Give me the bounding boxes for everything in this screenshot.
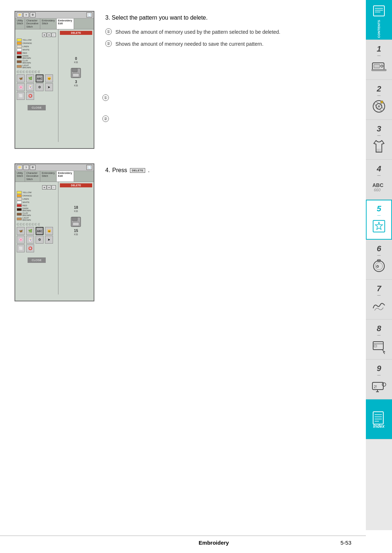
color-row-red: RED <box>17 52 57 54</box>
pattern-cell-abc-selected[interactable]: ABC <box>36 74 44 82</box>
annotation-2: ② <box>102 115 109 122</box>
pattern-cell-2-abc[interactable]: ABC <box>36 227 44 235</box>
sidebar-tab-index[interactable]: Index <box>366 399 392 439</box>
pattern-cell-circle[interactable]: ⭕ <box>26 92 34 100</box>
svg-text:2!: 2! <box>374 385 377 389</box>
delete-button-2[interactable]: DELETE <box>60 183 92 187</box>
sidebar-tab-8[interactable]: 8 — <box>366 320 392 359</box>
close-button-1[interactable]: CLOSE <box>28 105 46 110</box>
tab-number-9: 9 <box>377 364 381 373</box>
memory-unit-4: KB <box>59 233 93 236</box>
main-content: 📁 ? ⚙ 📄 UtilityStitch CharacterDecorativ… <box>0 0 366 323</box>
tab-character-1[interactable]: CharacterDecorativeStitch <box>25 19 40 29</box>
sub2-text: Shows the amount of memory needed to sav… <box>115 40 264 48</box>
sub2-circle: ② <box>105 40 112 47</box>
screen-body-1: ⊞ ⊟ ○ YELLOW ORANGE <box>15 29 94 142</box>
screen-display-2: 📁 ? ⚙ 📄 UtilityStitch CharacterDecorativ… <box>15 163 94 301</box>
svg-rect-0 <box>373 6 384 16</box>
pattern-cell-2-6[interactable]: 🃏 <box>26 236 34 244</box>
tab-embroidery-stitch-1[interactable]: EmbroideryStitch <box>40 19 57 29</box>
step3-container: 📁 ? ⚙ 📄 UtilityStitch CharacterDecorativ… <box>15 11 351 149</box>
page-footer: Embroidery 5-53 <box>0 536 366 546</box>
pattern-cell-2-10[interactable]: ⭕ <box>26 244 34 252</box>
svg-rect-41 <box>73 73 79 77</box>
sidebar-tab-3[interactable]: 3 — <box>366 120 392 160</box>
svg-point-29 <box>382 383 386 386</box>
sidebar-tab-1[interactable]: 1 — <box>366 40 392 80</box>
sub1-text: Shows the amount of memory used by the p… <box>115 28 281 36</box>
close-button-2[interactable]: CLOSE <box>28 257 46 263</box>
tab-embroidery-stitch-2[interactable]: EmbroideryStitch <box>40 171 57 182</box>
svg-text:Index: Index <box>373 424 385 428</box>
pattern-cell-2-7[interactable]: ⚙ <box>36 236 44 244</box>
white-swatch <box>17 48 22 51</box>
step4-instructions: 4. Press DELETE . <box>105 163 351 177</box>
svg-rect-27 <box>374 345 377 347</box>
floppy-icon-1 <box>59 68 93 78</box>
pattern-cell-2-4[interactable]: 🐱 <box>45 227 53 235</box>
pattern-cell-cat[interactable]: 🐱 <box>45 74 53 82</box>
stitch-markers: 〈〈 〈〈 〈〈 〈〈 〈〈 〈〈 〈〈 〈〈 <box>17 70 57 74</box>
color-row-orange: ORANGE <box>17 42 57 45</box>
memory-unit-3: KB <box>59 210 93 213</box>
tab-utility-2[interactable]: UtilityStitch <box>15 171 25 182</box>
pattern-cell-square[interactable]: ⬜ <box>17 92 25 100</box>
screen-display-1: 📁 ? ⚙ 📄 UtilityStitch CharacterDecorativ… <box>15 11 94 149</box>
red-swatch <box>17 52 22 54</box>
sidebar-tab-7[interactable]: 7 — <box>366 280 392 320</box>
pattern-cell-gear[interactable]: ⚙ <box>36 83 44 91</box>
svg-text:ABC: ABC <box>372 182 383 188</box>
step4-delete-button[interactable]: DELETE <box>130 168 145 173</box>
screen-top-icons-2: 📁 ? ⚙ 📄 <box>15 164 94 171</box>
color-row-claybrown: CLAYBROWN <box>17 60 57 64</box>
abc-icon: ABC 660 <box>370 177 388 195</box>
pattern-cell-card[interactable]: 🃏 <box>26 83 34 91</box>
embroidery-hoop-icon: ✿ <box>370 257 388 275</box>
footer-page-number: 5-53 <box>340 540 351 546</box>
sidebar-tab-9[interactable]: 9 — 2! <box>366 359 392 399</box>
lightbrown-swatch <box>17 65 22 68</box>
screen-right-2: DELETE 18 KB <box>58 182 94 294</box>
settings-icon: ⚙ <box>30 12 36 17</box>
delete-button-1[interactable]: DELETE <box>60 31 92 35</box>
pattern-cell-leaf[interactable]: 🌿 <box>26 74 34 82</box>
sidebar-tab-6[interactable]: 6 — ✿ <box>366 240 392 280</box>
svg-rect-7 <box>372 69 386 71</box>
tab-utility-1[interactable]: UtilityStitch <box>15 19 25 29</box>
pattern-cell-2-1[interactable]: 🦋 <box>17 227 25 235</box>
pattern-cell-2-5[interactable]: 🌸 <box>17 236 25 244</box>
sidebar-tab-2[interactable]: 2 — <box>366 80 392 120</box>
tab-embroidery-edit-1[interactable]: EmbroideryEdit <box>57 19 74 29</box>
pattern-cell-flower[interactable]: 🌸 <box>17 83 25 91</box>
tab-number-6: 6 <box>377 244 381 253</box>
star-frame-icon <box>370 217 388 235</box>
folder-icon: 📁 <box>17 12 23 17</box>
stitch-markers-2: 〈〈 〈〈 〈〈 〈〈 〈〈 〈〈 〈〈 〈〈 <box>17 223 57 226</box>
step3-instructions: 3. Select the pattern you want to delete… <box>105 11 351 52</box>
tab-embroidery-edit-2[interactable]: EmbroideryEdit <box>57 171 74 182</box>
memory-unit-2: KB <box>59 84 93 87</box>
help-icon-2: ? <box>23 165 29 170</box>
doc-icon-2: 📄 <box>86 165 92 170</box>
annotation-markers-1: ① ② <box>102 94 109 122</box>
screen-tab-row-1: UtilityStitch CharacterDecorativeStitch … <box>15 19 94 29</box>
tab-number-2: 2 <box>377 84 381 94</box>
pattern-cell-2-8[interactable]: ➤ <box>45 236 53 244</box>
sidebar-tab-contents[interactable]: CONTENTS <box>366 0 392 40</box>
memory-unit-1: KB <box>59 61 93 64</box>
sidebar-tab-4[interactable]: 4 — ABC 660 <box>366 160 392 200</box>
color-row-orange-2: ORANGE <box>17 194 57 197</box>
pattern-cell-arrow[interactable]: ➤ <box>45 83 53 91</box>
step4-container: 📁 ? ⚙ 📄 UtilityStitch CharacterDecorativ… <box>15 163 351 301</box>
step3-sub1: ① Shows the amount of memory used by the… <box>105 28 351 36</box>
tab-number-4: 4 <box>377 164 381 174</box>
color-row-lightbrown-2: LIGHTBROWN <box>17 217 57 221</box>
pattern-cell-butterfly[interactable]: 🦋 <box>17 74 25 82</box>
color-row-white-2: WHITE <box>17 201 57 204</box>
pattern-cell-2-9[interactable]: ⬜ <box>17 244 25 252</box>
screen-left-1: ⊞ ⊟ ○ YELLOW ORANGE <box>15 29 58 142</box>
screen-left-2: ⊞ ⊟ ○ YELLOW ORANGE <box>15 182 58 294</box>
pattern-cell-2-2[interactable]: 🌿 <box>26 227 34 235</box>
tab-character-2[interactable]: CharacterDecorativeStitch <box>25 171 40 182</box>
sidebar-tab-5[interactable]: 5 — <box>366 200 392 240</box>
